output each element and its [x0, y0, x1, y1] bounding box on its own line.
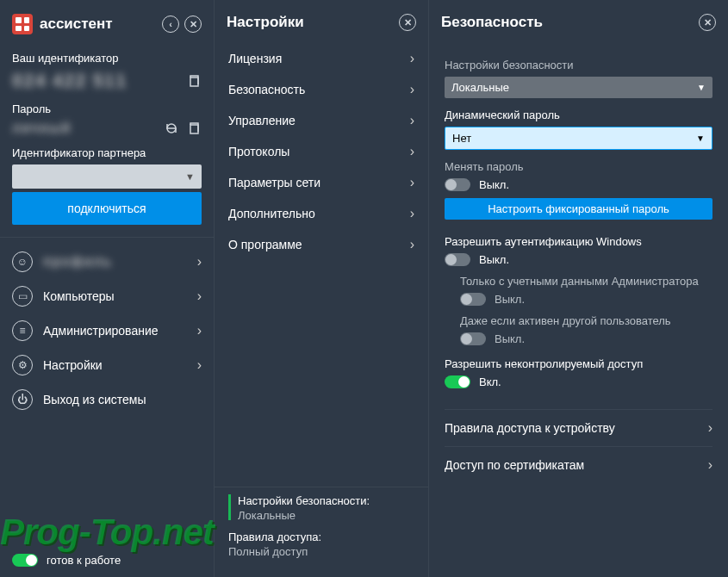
- settings-item-label: Параметры сети: [228, 176, 410, 189]
- even-active-label: Даже если активен другой пользователь: [460, 314, 712, 327]
- settings-summary: Настройки безопасности: Локальные Правил…: [215, 487, 428, 577]
- partner-id-input[interactable]: ▼: [12, 164, 202, 189]
- settings-item-network[interactable]: Параметры сети ›: [215, 167, 428, 198]
- settings-item-label: О программе: [228, 238, 410, 251]
- even-active-state: Выкл.: [495, 332, 525, 345]
- chevron-right-icon: ›: [410, 113, 414, 128]
- chevron-right-icon: ›: [410, 237, 414, 252]
- cert-access-label: Доступ по сертификатам: [445, 458, 708, 472]
- copy-icon[interactable]: [186, 73, 202, 89]
- chevron-right-icon: ›: [410, 82, 414, 97]
- divider: [0, 237, 214, 238]
- settings-item-label: Безопасность: [228, 83, 410, 96]
- your-id-value: 024 422 511: [12, 70, 127, 92]
- password-label: Пароль: [12, 102, 202, 115]
- sidebar-item-profile[interactable]: ☺ профиль ›: [0, 245, 214, 279]
- app-logo-icon: [12, 14, 33, 34]
- admin-only-toggle[interactable]: [460, 293, 486, 306]
- security-title: Безопасность: [441, 14, 543, 31]
- monitor-icon: ▭: [12, 286, 33, 307]
- chevron-right-icon: ›: [410, 175, 414, 190]
- password-value: личный: [12, 121, 71, 136]
- your-id-label: Ваш идентификатор: [12, 52, 202, 65]
- settings-item-about[interactable]: О программе ›: [215, 229, 428, 260]
- close-security-icon[interactable]: ✕: [699, 14, 716, 31]
- refresh-icon[interactable]: [164, 121, 179, 136]
- app-name: ассистент: [40, 16, 113, 33]
- gear-icon: ⚙: [12, 355, 33, 375]
- sec-settings-label: Настройки безопасности: [445, 59, 712, 71]
- change-pwd-state: Выкл.: [479, 178, 509, 191]
- settings-item-label: Управление: [228, 114, 410, 127]
- sidebar-item-label: профиль: [43, 254, 197, 270]
- uncontrolled-toggle[interactable]: [445, 375, 470, 388]
- sidebar-item-settings[interactable]: ⚙ Настройки ›: [0, 348, 214, 382]
- win-auth-toggle[interactable]: [445, 253, 470, 266]
- chevron-right-icon: ›: [197, 255, 202, 269]
- settings-item-label: Лицензия: [228, 52, 410, 65]
- dyn-pwd-label: Динамический пароль: [445, 109, 712, 121]
- status-text: готов к работе: [47, 554, 121, 567]
- cert-access[interactable]: Доступ по сертификатам ›: [445, 446, 712, 483]
- person-icon: ☺: [12, 251, 33, 272]
- settings-item-label: Дополнительно: [228, 207, 410, 220]
- chevron-down-icon: ▼: [697, 83, 706, 92]
- sidebar-item-admin[interactable]: ≡ Администрирование ›: [0, 313, 214, 348]
- security-header: Безопасность ✕: [429, 9, 728, 43]
- admin-only-label: Только с учетными данными Администратора: [460, 275, 712, 288]
- summary-sec-value: Локальные: [238, 509, 414, 522]
- win-auth-state: Выкл.: [479, 253, 509, 266]
- app-header: ассистент ‹ ✕: [0, 9, 214, 47]
- even-active-toggle[interactable]: [460, 332, 486, 345]
- chevron-down-icon: ▼: [185, 171, 195, 182]
- device-access-label: Правила доступа к устройству: [445, 421, 708, 435]
- sec-settings-value: Локальные: [451, 81, 697, 94]
- settings-header: Настройки ✕: [215, 9, 428, 43]
- summary-access-value: Полный доступ: [228, 545, 414, 558]
- dyn-pwd-select[interactable]: Нет ▼: [445, 127, 712, 150]
- chevron-right-icon: ›: [410, 206, 414, 221]
- panel-main: ассистент ‹ ✕ Ваш идентификатор 024 422 …: [0, 0, 215, 577]
- settings-item-control[interactable]: Управление ›: [215, 105, 428, 136]
- fixed-password-button[interactable]: Настроить фиксированный пароль: [445, 198, 712, 220]
- chevron-down-icon: ▼: [696, 133, 705, 143]
- minimize-icon[interactable]: ‹: [162, 16, 179, 33]
- win-auth-label: Разрешить аутентификацию Windows: [445, 235, 712, 248]
- svg-rect-1: [190, 125, 198, 133]
- power-icon: ⏻: [12, 389, 33, 410]
- settings-item-advanced[interactable]: Дополнительно ›: [215, 198, 428, 229]
- chevron-right-icon: ›: [197, 289, 202, 303]
- device-access-rules[interactable]: Правила доступа к устройству ›: [445, 409, 712, 446]
- summary-sec-label: Настройки безопасности:: [238, 494, 414, 507]
- sidebar-item-logout[interactable]: ⏻ Выход из системы: [0, 382, 214, 417]
- copy-password-icon[interactable]: [186, 121, 202, 136]
- sidebar-item-computers[interactable]: ▭ Компьютеры ›: [0, 279, 214, 313]
- accent-bar-icon: [228, 494, 231, 520]
- close-icon[interactable]: ✕: [184, 16, 202, 33]
- change-pwd-label: Менять пароль: [445, 160, 712, 173]
- admin-only-state: Выкл.: [495, 293, 525, 306]
- uncontrolled-state: Вкл.: [479, 375, 501, 388]
- chevron-right-icon: ›: [708, 420, 712, 436]
- settings-item-security[interactable]: Безопасность ›: [215, 74, 428, 105]
- sliders-icon: ≡: [12, 320, 33, 341]
- partner-id-label: Идентификатор партнера: [12, 146, 202, 159]
- chevron-right-icon: ›: [410, 144, 414, 159]
- status-bar: готов к работе: [0, 543, 214, 577]
- status-toggle[interactable]: [12, 554, 38, 567]
- settings-item-license[interactable]: Лицензия ›: [215, 43, 428, 74]
- settings-item-protocols[interactable]: Протоколы ›: [215, 136, 428, 167]
- dyn-pwd-value: Нет: [452, 132, 696, 145]
- connect-button[interactable]: подключиться: [12, 192, 202, 225]
- close-settings-icon[interactable]: ✕: [399, 14, 416, 31]
- panel-security: Безопасность ✕ Настройки безопасности Ло…: [429, 0, 728, 577]
- sidebar-item-label: Выход из системы: [43, 393, 202, 406]
- sidebar-item-label: Администрирование: [43, 324, 197, 338]
- app-logo-block: ассистент: [12, 14, 113, 34]
- change-pwd-toggle[interactable]: [445, 178, 470, 191]
- chevron-right-icon: ›: [197, 358, 202, 372]
- sidebar-item-label: Настройки: [43, 358, 197, 372]
- sec-settings-select[interactable]: Локальные ▼: [445, 77, 712, 98]
- summary-access-label: Правила доступа:: [228, 530, 414, 543]
- chevron-right-icon: ›: [708, 457, 712, 473]
